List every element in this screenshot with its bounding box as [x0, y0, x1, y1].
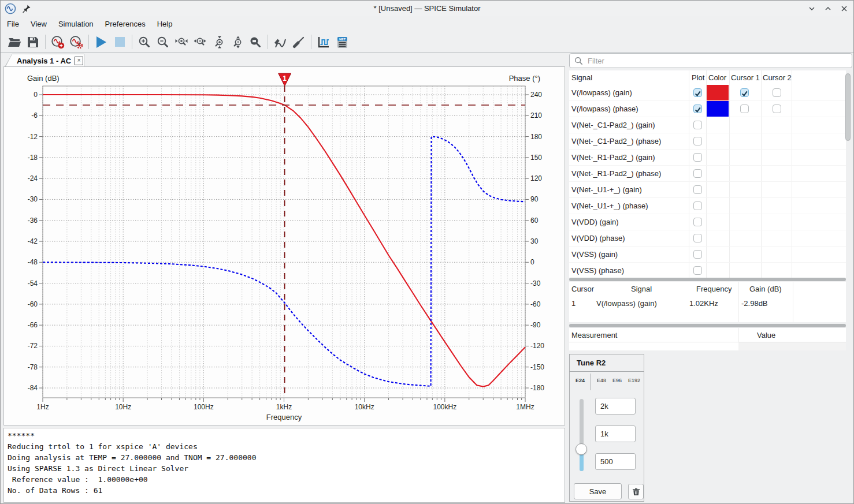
console-line: Reducing trtol to 1 for xspice 'A' devic…: [8, 441, 561, 452]
plot-checkbox-checked[interactable]: [693, 88, 702, 97]
tune-component-icon[interactable]: [292, 35, 306, 49]
tick-label: 150: [530, 154, 542, 162]
tab-e48[interactable]: E48: [597, 378, 606, 383]
tick-label: 100Hz: [194, 403, 214, 411]
maximize-icon[interactable]: [823, 4, 833, 13]
color-swatch[interactable]: [707, 101, 729, 117]
signal-list: Signal Plot Color Cursor 1 Cursor 2 V(/l…: [569, 70, 846, 278]
cursor1-checkbox-unchecked[interactable]: [740, 104, 749, 113]
tune-panel-header[interactable]: Tune R2: [570, 354, 644, 372]
splitter-handle[interactable]: [569, 278, 846, 281]
tune-min-field[interactable]: [595, 453, 636, 470]
cursor-table: Cursor Signal Frequency Gain (dB) 1 V(/l…: [569, 282, 846, 322]
tab-close-icon[interactable]: ×: [75, 57, 83, 65]
tick-label: -30: [28, 195, 38, 203]
simulation-command-icon[interactable]: [69, 35, 83, 49]
save-button[interactable]: Save: [574, 483, 622, 499]
stop-simulation-icon[interactable]: [113, 35, 127, 49]
menu-help[interactable]: Help: [151, 17, 179, 31]
plot-checkbox-unchecked[interactable]: [693, 121, 702, 129]
plot-checkbox-unchecked[interactable]: [693, 234, 702, 242]
plot-panel: 10-6-12-18-24-30-36-42-48-54-60-66-72-78…: [3, 66, 565, 425]
tick-label: -24: [28, 174, 38, 182]
tick-label: -150: [530, 363, 544, 371]
cursor-col-frequency: Frequency: [696, 285, 732, 293]
cursor-frequency: 1.02KHz: [689, 299, 718, 308]
minimize-icon[interactable]: [807, 4, 816, 13]
signal-row[interactable]: V(Net-_U1-+_) (phase): [569, 198, 846, 214]
splitter-handle[interactable]: [569, 324, 846, 327]
signal-name: V(Net-_U1-+_) (phase): [571, 201, 648, 210]
plot-checkbox-unchecked[interactable]: [693, 218, 702, 226]
scrollbar-thumb[interactable]: [845, 73, 851, 141]
signal-filter[interactable]: [569, 53, 852, 68]
signal-row[interactable]: V(Net-_R1-Pad2_) (gain): [569, 150, 846, 166]
tick-label: 180: [530, 133, 542, 141]
menu-simulation[interactable]: Simulation: [53, 17, 99, 31]
signal-row[interactable]: V(Net-_R1-Pad2_) (phase): [569, 166, 846, 182]
plot-checkbox-unchecked[interactable]: [693, 185, 702, 194]
measurement-col: Measurement: [571, 331, 617, 339]
signal-row[interactable]: V(/lowpass) (gain): [569, 85, 846, 101]
tune-current-field[interactable]: [595, 425, 636, 442]
cursor-col-cursor: Cursor: [571, 285, 594, 293]
show-legend-icon[interactable]: [317, 35, 331, 49]
zoom-in-icon[interactable]: [138, 35, 151, 49]
menu-preferences[interactable]: Preferences: [99, 17, 151, 31]
signal-row[interactable]: V(Net-_C1-Pad2_) (gain): [569, 117, 846, 133]
trash-icon: [632, 487, 641, 496]
zoom-to-fit-icon[interactable]: [248, 35, 262, 49]
signal-name: V(Net-_C1-Pad2_) (phase): [571, 137, 661, 145]
zoom-out-icon[interactable]: [156, 35, 170, 49]
signal-row[interactable]: V(VSS) (gain): [569, 247, 846, 263]
plot-checkbox-checked[interactable]: [693, 104, 702, 113]
plot-checkbox-unchecked[interactable]: [693, 169, 702, 178]
signal-row[interactable]: V(Net-_C1-Pad2_) (phase): [569, 133, 846, 150]
plot-checkbox-unchecked[interactable]: [693, 266, 702, 275]
cursor-signal: V(/lowpass) (gain): [596, 299, 657, 308]
zoom-in-horizontally-icon[interactable]: [174, 35, 188, 49]
delete-tuner-button[interactable]: [628, 484, 644, 499]
color-swatch[interactable]: [707, 85, 729, 100]
toolbar-separator: [45, 35, 46, 49]
signal-row[interactable]: V(VDD) (phase): [569, 230, 846, 247]
zoom-in-vertically-icon[interactable]: [211, 35, 225, 49]
plot-checkbox-unchecked[interactable]: [693, 137, 702, 145]
tab-e96[interactable]: E96: [612, 378, 622, 383]
zoom-out-horizontally-icon[interactable]: [193, 35, 207, 49]
cursor2-checkbox-unchecked[interactable]: [773, 88, 781, 97]
close-icon[interactable]: [840, 4, 849, 13]
signal-list-scrollbar[interactable]: [845, 72, 851, 277]
signal-row[interactable]: V(VSS) (phase): [569, 263, 846, 278]
new-analysis-tab-icon[interactable]: [51, 35, 65, 49]
signal-row[interactable]: V(/lowpass) (phase): [569, 101, 846, 117]
plot-checkbox-unchecked[interactable]: [693, 250, 702, 259]
signal-row[interactable]: V(VDD) (gain): [569, 214, 846, 230]
tick-label: -78: [28, 363, 38, 371]
show-spice-netlist-icon[interactable]: NET: [335, 35, 349, 49]
signal-name: V(Net-_R1-Pad2_) (phase): [571, 169, 661, 178]
bode-plot[interactable]: 10-6-12-18-24-30-36-42-48-54-60-66-72-78…: [4, 67, 566, 425]
cursor2-checkbox-unchecked[interactable]: [773, 104, 781, 113]
save-workbook-icon[interactable]: [26, 35, 40, 49]
console-line: ******: [8, 430, 561, 441]
frequency-axis-label: Frequency: [266, 413, 302, 421]
open-workbook-icon[interactable]: [8, 35, 21, 49]
cursor1-checkbox-checked[interactable]: [740, 88, 749, 97]
signal-row[interactable]: V(Net-_U1-+_) (gain): [569, 182, 846, 198]
plot-checkbox-unchecked[interactable]: [693, 201, 702, 210]
tab-e192[interactable]: E192: [628, 378, 640, 383]
zoom-out-vertically-icon[interactable]: [230, 35, 244, 49]
probe-signal-icon[interactable]: [273, 35, 287, 49]
tick-label: -120: [530, 342, 544, 350]
tune-max-field[interactable]: [595, 398, 636, 415]
run-simulation-icon[interactable]: [94, 35, 108, 49]
menu-view[interactable]: View: [25, 17, 53, 31]
plot-checkbox-unchecked[interactable]: [693, 153, 702, 162]
filter-input[interactable]: [586, 56, 852, 66]
menu-file[interactable]: File: [1, 17, 25, 31]
tune-slider-thumb[interactable]: [575, 443, 587, 455]
tab-e24[interactable]: E24: [575, 378, 585, 383]
tick-label: -36: [28, 216, 38, 225]
tab-analysis1-ac[interactable]: Analysis 1 - AC ×: [5, 54, 84, 67]
